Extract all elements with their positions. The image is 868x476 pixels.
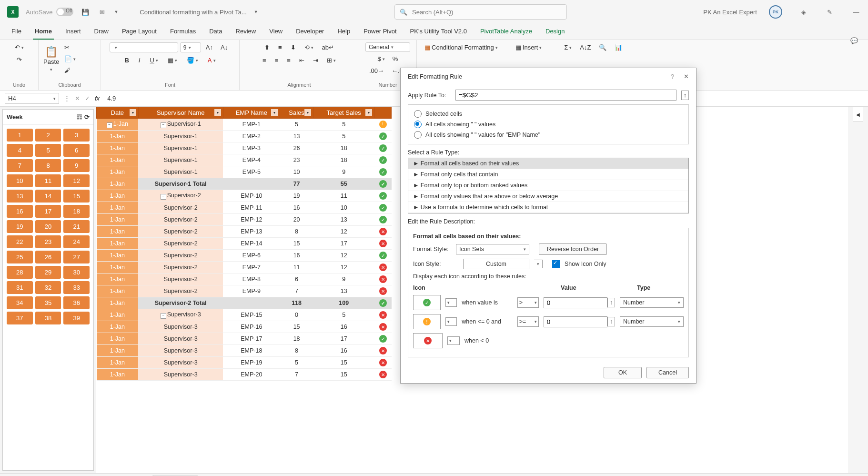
column-header[interactable]: Date▾ — [97, 107, 139, 119]
cut-icon[interactable]: ✂ — [61, 42, 79, 52]
format-painter-icon[interactable]: 🖌 — [61, 65, 79, 75]
slicer-item[interactable]: 19 — [7, 220, 33, 233]
date-cell[interactable]: 1-Jan — [97, 178, 139, 190]
underline-button[interactable]: U▾ — [147, 55, 161, 65]
emp-cell[interactable]: EMP-12 — [223, 214, 280, 226]
name-box[interactable]: H4▾ — [5, 93, 59, 104]
sales-cell[interactable]: 15 — [280, 321, 313, 333]
emp-cell[interactable] — [223, 297, 280, 309]
rule1-type-dropdown[interactable]: Number▾ — [620, 297, 684, 308]
tab-view[interactable]: View — [267, 24, 284, 40]
slicer-item[interactable]: 13 — [7, 190, 33, 203]
user-avatar-icon[interactable]: PK — [769, 5, 782, 19]
emp-cell[interactable]: EMP-17 — [223, 333, 280, 345]
date-cell[interactable]: 1-Jan — [97, 131, 139, 142]
tab-page-layout[interactable]: Page Layout — [120, 24, 159, 40]
collapse-icon[interactable]: − — [161, 194, 166, 200]
emp-cell[interactable]: EMP-1 — [223, 119, 280, 131]
target-cell[interactable]: 12 — [313, 226, 374, 238]
emp-cell[interactable]: EMP-7 — [223, 262, 280, 273]
date-cell[interactable]: 1-Jan — [97, 142, 139, 154]
date-cell[interactable]: 1-Jan — [97, 214, 139, 226]
icon1-preview[interactable]: ✓ — [413, 295, 441, 310]
tab-pivottable-analyze[interactable]: PivotTable Analyze — [478, 24, 534, 40]
user-name[interactable]: PK An Excel Expert — [703, 9, 757, 16]
emp-cell[interactable]: EMP-20 — [223, 369, 280, 381]
column-header[interactable]: EMP Name▾ — [223, 107, 280, 119]
border-button[interactable]: ▦▾ — [165, 55, 180, 65]
fx-icon[interactable]: fx — [95, 95, 100, 102]
slicer-item[interactable]: 38 — [35, 312, 61, 324]
slicer-item[interactable]: 2 — [35, 129, 61, 142]
increase-decimal-icon[interactable]: .00→ — [366, 66, 387, 76]
date-cell[interactable]: 1-Jan — [97, 345, 139, 357]
minimize-icon[interactable]: — — [851, 7, 861, 17]
target-cell[interactable]: 17 — [313, 333, 374, 345]
target-cell[interactable]: 12 — [313, 262, 374, 273]
enter-formula-icon[interactable]: ✓ — [85, 95, 90, 102]
supervisor-cell[interactable]: Supervisor-3 — [138, 357, 223, 369]
status-cell[interactable]: ✕ — [374, 273, 392, 285]
collapse-icon[interactable]: − — [107, 122, 112, 128]
slicer-item[interactable]: 36 — [63, 296, 90, 309]
analyze-icon[interactable]: 📊 — [612, 42, 625, 52]
slicer-item[interactable]: 3 — [63, 129, 90, 142]
diamond-icon[interactable]: ◈ — [799, 7, 808, 17]
sales-cell[interactable]: 16 — [280, 250, 313, 262]
status-cell[interactable]: ✓ — [374, 154, 392, 166]
filter-icon[interactable]: ▾ — [365, 109, 373, 116]
close-icon[interactable]: ✕ — [684, 73, 689, 80]
rule-type-item[interactable]: ► Format all cells based on their values — [408, 158, 688, 169]
icon-style-dropdown[interactable]: Custom — [463, 259, 529, 269]
font-name-dropdown[interactable]: ▾ — [110, 42, 178, 52]
supervisor-cell[interactable]: −Supervisor-2 — [138, 190, 223, 202]
slicer-item[interactable]: 4 — [7, 144, 33, 157]
status-cell[interactable]: ✓ — [374, 178, 392, 190]
status-cell[interactable]: ✕ — [374, 357, 392, 369]
slicer-item[interactable]: 10 — [7, 174, 33, 187]
slicer-item[interactable]: 16 — [7, 205, 33, 218]
date-cell[interactable]: 1-Jan — [97, 333, 139, 345]
tab-power-pivot[interactable]: Power Pivot — [362, 24, 398, 40]
rule2-type-dropdown[interactable]: Number▾ — [620, 316, 684, 327]
supervisor-cell[interactable]: Supervisor-2 — [138, 285, 223, 297]
status-cell[interactable]: ✓ — [374, 142, 392, 154]
slicer-item[interactable]: 5 — [35, 144, 61, 157]
paste-icon[interactable]: 📋 — [43, 46, 59, 58]
currency-icon[interactable]: $▾ — [375, 54, 388, 64]
undo-button[interactable]: ↶ ▾ — [12, 42, 27, 52]
date-cell[interactable]: 1-Jan — [97, 250, 139, 262]
supervisor-cell[interactable]: Supervisor-3 — [138, 369, 223, 381]
sales-cell[interactable]: 19 — [280, 190, 313, 202]
sales-cell[interactable]: 13 — [280, 131, 313, 142]
supervisor-cell[interactable]: Supervisor-2 — [138, 226, 223, 238]
tab-pk-s-utility-tool-v2-0[interactable]: PK's Utility Tool V2.0 — [408, 24, 469, 40]
slicer-item[interactable]: 12 — [63, 174, 90, 187]
tab-design[interactable]: Design — [544, 24, 566, 40]
sales-cell[interactable]: 77 — [280, 178, 313, 190]
mail-icon[interactable]: ✉ — [97, 7, 107, 17]
week-slicer[interactable]: Week ☶ ⟳ 1234567891011121314151617181920… — [2, 109, 94, 471]
autosum-icon[interactable]: Σ▾ — [561, 42, 575, 52]
find-icon[interactable]: 🔍 — [596, 42, 609, 52]
slicer-item[interactable]: 28 — [7, 266, 33, 279]
supervisor-cell[interactable]: −Supervisor-1 — [138, 119, 223, 131]
emp-cell[interactable]: EMP-15 — [223, 309, 280, 321]
date-cell[interactable]: 1-Jan — [97, 369, 139, 381]
sales-cell[interactable]: 26 — [280, 142, 313, 154]
tab-data[interactable]: Data — [207, 24, 224, 40]
target-cell[interactable]: 18 — [313, 154, 374, 166]
supervisor-cell[interactable]: Supervisor-2 — [138, 238, 223, 250]
copy-icon[interactable]: 📄▾ — [61, 54, 79, 64]
filter-icon[interactable]: ▾ — [304, 109, 312, 116]
date-cell[interactable]: 1-Jan — [97, 273, 139, 285]
filter-icon[interactable]: ▾ — [129, 109, 137, 116]
supervisor-cell[interactable]: Supervisor-1 — [138, 166, 223, 178]
tab-formulas[interactable]: Formulas — [168, 24, 198, 40]
status-cell[interactable]: ✓ — [374, 166, 392, 178]
range-select-icon[interactable]: ↑ — [681, 91, 689, 100]
slicer-item[interactable]: 34 — [7, 296, 33, 309]
sales-cell[interactable]: 15 — [280, 238, 313, 250]
target-cell[interactable]: 55 — [313, 178, 374, 190]
sales-cell[interactable]: 6 — [280, 273, 313, 285]
